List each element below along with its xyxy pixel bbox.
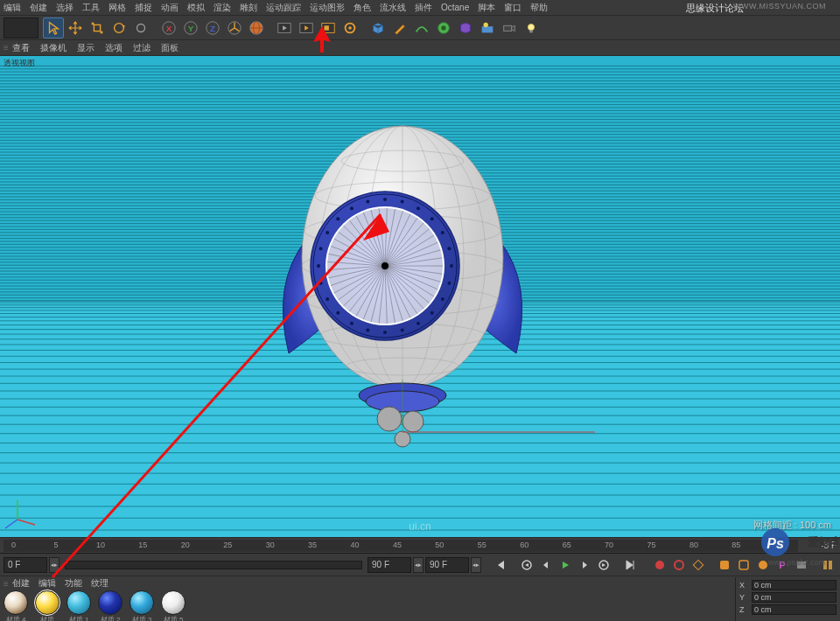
menu-plugins[interactable]: 插件 <box>415 2 432 14</box>
material-manager: ≡ 创建 编辑 功能 纹理 材质.4材质材质.1材质.2材质.3材质.5 <box>0 576 840 619</box>
menu-window[interactable]: 窗口 <box>504 2 522 14</box>
mat-tab-create[interactable]: 创建 <box>12 577 30 590</box>
filter-filter[interactable]: 过滤 <box>133 42 150 54</box>
goto-start-button[interactable] <box>492 556 509 574</box>
menu-mograph[interactable]: 运动图形 <box>310 2 345 14</box>
deformer-button[interactable] <box>455 17 476 38</box>
playback-slider[interactable] <box>65 561 362 569</box>
material-label: 材质.1 <box>65 615 93 621</box>
frame-start-stepper[interactable]: ◂▸ <box>49 557 60 573</box>
menu-tools[interactable]: 工具 <box>82 2 100 14</box>
svg-rect-1 <box>92 22 94 24</box>
svg-point-181 <box>366 200 369 204</box>
primitive-cube-button[interactable] <box>368 17 388 38</box>
menu-sculpt[interactable]: 雕刻 <box>240 2 257 14</box>
next-frame-button[interactable] <box>576 556 593 574</box>
filter-display[interactable]: 显示 <box>77 42 94 54</box>
prev-frame-button[interactable] <box>537 556 555 574</box>
render-picture-button[interactable] <box>296 17 317 38</box>
key-pos-button[interactable] <box>716 556 733 574</box>
coord-y-value[interactable]: 0 cm <box>752 592 836 603</box>
frame-current-stepper[interactable]: ◂▸ <box>471 557 481 573</box>
frame-end-stepper[interactable]: ◂▸ <box>413 557 424 573</box>
timeline-ruler-bar[interactable]: 051015202530354045505560657075808590 -3 … <box>0 537 840 553</box>
material-item[interactable]: 材质.4 <box>2 590 30 621</box>
key-scale-button[interactable] <box>735 556 752 574</box>
menu-select[interactable]: 选择 <box>56 2 74 14</box>
nurbs-button[interactable] <box>411 17 432 38</box>
timeline-tick: 85 <box>732 541 740 549</box>
keyframe-sel-button[interactable] <box>690 556 707 574</box>
history-undo-redo[interactable] <box>4 17 38 38</box>
select-tool-button[interactable] <box>43 17 64 38</box>
timeline-tick: 35 <box>308 541 317 549</box>
coord-x-value[interactable]: 0 cm <box>752 580 836 590</box>
menu-simulate[interactable]: 模拟 <box>187 2 205 14</box>
light-button[interactable] <box>521 17 542 38</box>
filter-view[interactable]: 查看 <box>12 42 30 54</box>
axis-z-button[interactable]: Z <box>202 17 223 38</box>
menu-edit[interactable]: 编辑 <box>4 2 21 14</box>
timeline-tick: 55 <box>478 541 486 549</box>
material-item[interactable]: 材质.5 <box>159 590 187 621</box>
material-item[interactable]: 材质.3 <box>128 590 156 621</box>
menu-snap[interactable]: 捕捉 <box>135 2 152 14</box>
scale-tool-button[interactable] <box>87 17 108 38</box>
frame-start-input[interactable] <box>4 557 47 573</box>
frame-current-input[interactable] <box>425 557 469 573</box>
menu-character[interactable]: 角色 <box>354 2 371 14</box>
rotate-tool-button[interactable] <box>108 17 130 38</box>
timeline-tick: 20 <box>181 541 190 549</box>
main-toolbar: X Y Z <box>0 16 840 40</box>
material-list: 材质.4材质材质.1材质.2材质.3材质.5 <box>0 590 840 620</box>
menu-create[interactable]: 创建 <box>30 2 47 14</box>
material-ball-icon <box>130 590 154 615</box>
play-forward-button[interactable] <box>556 556 574 574</box>
camera-button[interactable] <box>499 17 520 38</box>
autokey-button[interactable] <box>670 556 688 574</box>
svg-point-182 <box>383 198 387 201</box>
record-button[interactable] <box>651 556 668 574</box>
menu-render[interactable]: 渲染 <box>214 2 231 14</box>
axis-x-button[interactable]: X <box>158 17 179 38</box>
timeline-ruler[interactable]: 051015202530354045505560657075808590 <box>4 540 798 552</box>
axis-y-button[interactable]: Y <box>180 17 201 38</box>
menu-mesh[interactable]: 网格 <box>108 2 126 14</box>
material-item[interactable]: 材质.2 <box>96 590 124 621</box>
menu-help[interactable]: 帮助 <box>530 2 548 14</box>
menu-octane[interactable]: Octane <box>441 3 469 12</box>
svg-point-24 <box>484 22 488 26</box>
svg-rect-18 <box>325 25 329 30</box>
spline-pen-button[interactable] <box>389 17 410 38</box>
world-grid-button[interactable] <box>246 17 267 38</box>
coord-z-value[interactable]: 0 cm <box>752 604 836 615</box>
filter-panel[interactable]: 面板 <box>161 42 178 54</box>
frame-end-input[interactable] <box>368 557 411 573</box>
watermark-url: WWW.MISSYUAN.COM <box>733 2 826 10</box>
mat-tab-texture[interactable]: 纹理 <box>91 577 108 590</box>
last-tool-button[interactable] <box>130 17 151 38</box>
coord-system-button[interactable] <box>224 17 245 38</box>
generator-button[interactable] <box>433 17 454 38</box>
menu-animate[interactable]: 动画 <box>161 2 178 14</box>
menu-pipeline[interactable]: 流水线 <box>380 2 406 14</box>
environment-button[interactable] <box>477 17 498 38</box>
goto-end-button[interactable] <box>621 556 639 574</box>
move-tool-button[interactable] <box>65 17 86 38</box>
goto-next-key-button[interactable] <box>595 556 612 574</box>
svg-point-183 <box>401 200 404 204</box>
render-region-button[interactable] <box>318 17 339 38</box>
timeline-tick: 40 <box>350 541 359 549</box>
menu-tracking[interactable]: 运动跟踪 <box>266 2 301 14</box>
mat-tab-function[interactable]: 功能 <box>65 577 82 590</box>
perspective-viewport[interactable]: 透视视图 <box>0 56 840 537</box>
filter-camera[interactable]: 摄像机 <box>40 42 66 54</box>
goto-prev-key-button[interactable] <box>518 556 536 574</box>
render-view-button[interactable] <box>274 17 295 38</box>
material-item[interactable]: 材质 <box>33 590 61 621</box>
material-item[interactable]: 材质.1 <box>65 590 93 621</box>
filter-options[interactable]: 选项 <box>105 42 122 54</box>
mat-tab-edit[interactable]: 编辑 <box>38 577 56 590</box>
menu-script[interactable]: 脚本 <box>478 2 495 14</box>
render-settings-button[interactable] <box>340 17 360 38</box>
